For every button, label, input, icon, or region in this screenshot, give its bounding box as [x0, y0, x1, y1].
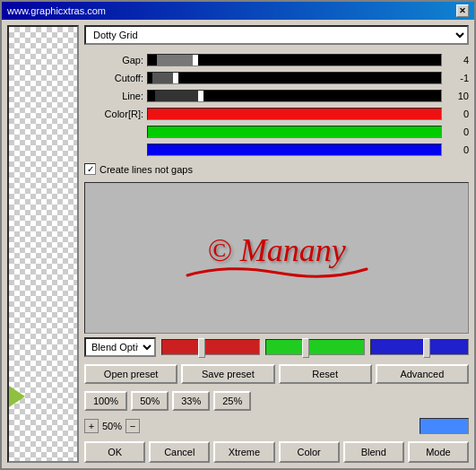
color-g-slider[interactable]: [147, 126, 442, 138]
color-r-row: Color[R]: 0: [84, 106, 469, 122]
save-preset-button[interactable]: Save preset: [181, 364, 274, 384]
cutoff-value: -1: [442, 73, 469, 83]
cutoff-slider[interactable]: [147, 72, 442, 84]
create-lines-checkbox[interactable]: ✓: [84, 163, 96, 175]
color-b-value: 0: [442, 144, 469, 155]
blend-row: Blend Opti▾: [84, 337, 469, 357]
main-window: www.graphicxtras.com ✕ Dotty Grid Gap:: [0, 0, 476, 470]
main-content: Dotty Grid Gap: 4 Cutoff:: [2, 20, 474, 468]
window-title: www.graphicxtras.com: [7, 5, 106, 16]
zoom-50-button[interactable]: 50%: [131, 391, 169, 411]
cutoff-label: Cutoff:: [84, 73, 147, 83]
preview-text: © Manany: [207, 231, 345, 269]
preset-select[interactable]: Dotty Grid: [84, 25, 469, 45]
line-thumb: [198, 91, 203, 102]
blend-r-thumb: [198, 338, 205, 358]
close-button[interactable]: ✕: [456, 4, 469, 17]
gap-label: Gap:: [84, 55, 147, 65]
zoom-25-button[interactable]: 25%: [213, 391, 251, 411]
color-g-row: 0: [84, 124, 469, 140]
color-swatch: [420, 418, 469, 434]
preview-area: © Manany: [84, 182, 469, 334]
left-panel: [7, 25, 79, 463]
line-label: Line:: [84, 91, 147, 101]
blend-b-thumb: [423, 338, 430, 358]
create-lines-label: Create lines not gaps: [100, 164, 193, 175]
ok-button[interactable]: OK: [84, 441, 145, 463]
color-r-slider[interactable]: [147, 108, 442, 120]
cutoff-row: Cutoff: -1: [84, 70, 469, 86]
color-b-slider[interactable]: [147, 144, 442, 156]
zoom-minus-button[interactable]: −: [125, 419, 140, 433]
create-lines-row: ✓ Create lines not gaps: [84, 163, 469, 175]
xtreme-button[interactable]: Xtreme: [213, 441, 274, 463]
advanced-button[interactable]: Advanced: [376, 364, 469, 384]
color-b-row: 0: [84, 142, 469, 158]
action-buttons: Open preset Save preset Reset Advanced: [84, 364, 469, 384]
gap-row: Gap: 4: [84, 52, 469, 68]
line-value: 10: [442, 91, 469, 101]
gap-slider[interactable]: [147, 54, 442, 66]
reset-button[interactable]: Reset: [279, 364, 372, 384]
gap-thumb: [193, 55, 198, 66]
zoom-current-value: 50%: [102, 421, 122, 431]
color-g-value: 0: [442, 126, 469, 137]
blend-g-slider[interactable]: [265, 339, 364, 355]
blend-r-slider[interactable]: [161, 339, 260, 355]
cancel-button[interactable]: Cancel: [149, 441, 210, 463]
blend-g-thumb: [302, 338, 309, 358]
params-section: Gap: 4 Cutoff: -1: [84, 52, 469, 158]
blend-button[interactable]: Blend: [343, 441, 404, 463]
line-slider[interactable]: [147, 90, 442, 102]
zoom-row: 100% 50% 33% 25%: [84, 391, 469, 411]
bottom-buttons: OK Cancel Xtreme Color Blend Mode: [84, 441, 469, 463]
title-bar: www.graphicxtras.com ✕: [2, 2, 474, 20]
green-triangle: [9, 386, 25, 407]
color-r-label: Color[R]:: [84, 109, 147, 119]
zoom-33-button[interactable]: 33%: [172, 391, 210, 411]
zoom-100-button[interactable]: 100%: [84, 391, 127, 411]
mode-button[interactable]: Mode: [408, 441, 469, 463]
zoom-level-row: + 50% −: [84, 418, 469, 434]
zoom-plus-button[interactable]: +: [84, 419, 99, 433]
blend-b-slider[interactable]: [370, 339, 469, 355]
right-panel: Dotty Grid Gap: 4 Cutoff:: [84, 25, 469, 463]
preset-row: Dotty Grid: [84, 25, 469, 45]
open-preset-button[interactable]: Open preset: [84, 364, 177, 384]
blend-select[interactable]: Blend Opti▾: [84, 337, 156, 357]
line-row: Line: 10: [84, 88, 469, 104]
cutoff-thumb: [173, 73, 178, 84]
color-button[interactable]: Color: [279, 441, 340, 463]
gap-value: 4: [442, 55, 469, 65]
title-bar-buttons: ✕: [456, 4, 469, 17]
color-r-value: 0: [442, 109, 469, 119]
